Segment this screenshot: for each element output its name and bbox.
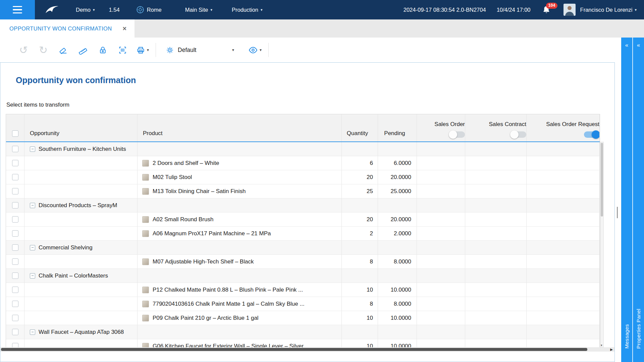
collapse-group-icon[interactable]: − <box>30 203 35 208</box>
main-site-dropdown[interactable]: Main Site ▾ <box>185 7 212 13</box>
opportunity-name: Chalk Paint – ColorMasters <box>39 273 108 279</box>
product-name: M02 Tulip Stool <box>153 174 192 181</box>
site-selector[interactable]: Rome <box>136 5 162 14</box>
content-area: Opportunity won confirmation Select item… <box>0 62 615 362</box>
sales-order-request-cell <box>527 156 600 170</box>
notifications-button[interactable]: 104 <box>542 5 551 14</box>
sales-contract-cell <box>465 213 527 226</box>
panel-splitter-handle[interactable] <box>617 207 618 218</box>
application-window: Demo ▾ 1.54 Rome Main Site ▾ Production … <box>0 0 644 362</box>
quantity-cell: 20 <box>342 170 378 184</box>
row-checkbox[interactable] <box>12 160 18 166</box>
product-name: A02 Small Round Brush <box>153 216 213 223</box>
chevron-down-icon: ▾ <box>147 48 149 52</box>
vertical-scrollbar-thumb[interactable] <box>601 143 603 217</box>
column-header-quantity: Quantity <box>342 114 378 141</box>
row-select-cell <box>6 255 24 268</box>
sales-contract-cell <box>465 297 527 311</box>
mode-dropdown[interactable]: Production ▾ <box>232 7 262 13</box>
chevron-down-icon: ▾ <box>93 8 95 12</box>
opportunity-name: Wall Faucet – Aquatap ATap 3068 <box>39 329 124 336</box>
redo-icon[interactable]: ↻ <box>37 44 49 56</box>
row-checkbox[interactable] <box>12 343 18 348</box>
select-all-checkbox[interactable] <box>12 130 18 137</box>
sales-order-request-cell <box>527 283 600 297</box>
product-cell: 7790204103616 Chalk Paint Matte 1 gal – … <box>138 297 342 311</box>
eraser-icon[interactable] <box>57 44 69 56</box>
pending-cell <box>378 142 417 156</box>
opportunity-cell: −Discounted Products – SprayM <box>24 198 138 212</box>
globe-target-icon <box>136 5 145 14</box>
scroll-down-arrow-icon[interactable]: ▾ <box>601 344 602 347</box>
row-checkbox[interactable] <box>12 230 18 237</box>
horizontal-scrollbar-thumb[interactable] <box>1 348 587 351</box>
current-date-label: 10/4/24 17:00 <box>497 7 531 13</box>
messages-panel-tab[interactable]: « Messages <box>621 38 633 362</box>
items-table: Opportunity Product Quantity Pending Sal… <box>6 114 600 348</box>
quantity-cell: 20 <box>342 213 378 226</box>
product-thumbnail-icon <box>142 230 149 237</box>
print-button[interactable]: ▾ <box>136 46 149 55</box>
sales-order-request-cell <box>527 184 600 198</box>
preview-button[interactable]: ▾ <box>248 45 262 55</box>
collapse-group-icon[interactable]: − <box>30 146 35 152</box>
sales-contract-toggle[interactable] <box>511 131 526 138</box>
collapse-group-icon[interactable]: − <box>30 273 35 279</box>
opportunity-cell <box>24 184 138 198</box>
properties-panel-label: Properties Panel <box>636 309 642 349</box>
undo-icon[interactable]: ↺ <box>17 44 30 56</box>
row-checkbox[interactable] <box>12 315 18 321</box>
scan-icon[interactable] <box>116 44 128 56</box>
opportunity-cell <box>24 227 138 240</box>
quantity-cell: 10 <box>342 339 378 348</box>
row-checkbox[interactable] <box>12 202 18 208</box>
user-avatar[interactable] <box>564 4 576 16</box>
horizontal-scrollbar[interactable]: ▶ <box>0 347 614 352</box>
pending-cell: 2.0000 <box>378 227 417 240</box>
row-checkbox[interactable] <box>12 287 18 293</box>
product-thumbnail-icon <box>142 315 149 321</box>
product-thumbnail-icon <box>142 343 149 348</box>
sales-order-request-toggle[interactable] <box>584 131 599 138</box>
column-label: Sales Order <box>434 121 465 128</box>
tab-opportunity-won-confirmation[interactable]: OPPORTUNITY WON CONFIRMATION × <box>0 19 135 38</box>
sales-order-cell <box>417 184 465 198</box>
product-row: 2 Doors and Shelf – White66.0000 <box>6 156 600 170</box>
row-select-cell <box>6 142 24 156</box>
collapse-left-chevron-icon[interactable]: « <box>633 42 644 49</box>
row-checkbox[interactable] <box>12 146 18 152</box>
user-menu[interactable]: Francisco De Lorenzi ▾ <box>580 7 637 13</box>
environment-dropdown[interactable]: Demo ▾ <box>76 7 95 13</box>
sales-contract-cell <box>465 269 527 283</box>
product-cell: 2 Doors and Shelf – White <box>138 156 342 170</box>
table-body: −Southern Furniture – Kitchen Units2 Doo… <box>6 142 600 348</box>
row-checkbox[interactable] <box>12 216 18 223</box>
sales-contract-cell <box>465 184 527 198</box>
lock-icon[interactable] <box>97 44 109 56</box>
row-checkbox[interactable] <box>12 244 18 251</box>
row-checkbox[interactable] <box>12 273 18 279</box>
collapse-left-chevron-icon[interactable]: « <box>621 42 632 49</box>
row-checkbox[interactable] <box>12 188 18 194</box>
quantity-cell <box>342 198 378 212</box>
row-checkbox[interactable] <box>12 258 18 265</box>
row-checkbox[interactable] <box>12 301 18 307</box>
design-profile-dropdown[interactable]: Default ▾ <box>165 46 234 55</box>
tab-close-icon[interactable]: × <box>122 25 126 32</box>
row-checkbox[interactable] <box>12 329 18 335</box>
collapse-group-icon[interactable]: − <box>30 245 35 250</box>
sales-order-cell <box>417 255 465 268</box>
messages-panel-label: Messages <box>624 324 630 349</box>
vertical-scrollbar[interactable]: ▾ <box>600 142 604 347</box>
product-cell: M13 Tolix Dining Chair – Satin Finish <box>138 184 342 198</box>
sales-order-request-cell <box>527 213 600 226</box>
scroll-right-arrow-icon[interactable]: ▶ <box>610 348 613 351</box>
hamburger-menu-button[interactable] <box>0 0 35 19</box>
sales-order-toggle[interactable] <box>449 131 465 138</box>
properties-panel-tab[interactable]: « Properties Panel <box>633 38 644 362</box>
row-checkbox[interactable] <box>12 174 18 180</box>
column-header-product: Product <box>138 114 342 141</box>
version-label: 1.54 <box>109 7 120 13</box>
collapse-group-icon[interactable]: − <box>30 329 35 335</box>
ruler-pen-icon[interactable] <box>77 44 89 56</box>
